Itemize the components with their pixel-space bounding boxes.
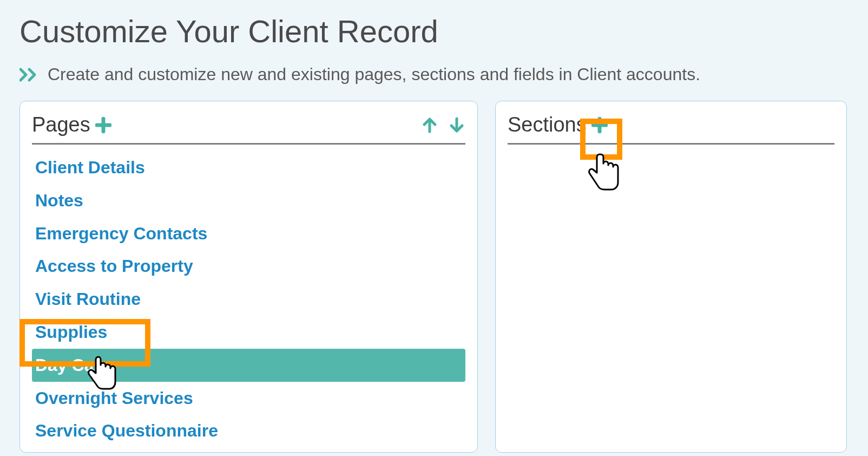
page-item-service-questionnaire[interactable]: Service Questionnaire bbox=[32, 414, 465, 447]
chevrons-icon bbox=[19, 67, 39, 82]
add-page-button[interactable] bbox=[94, 115, 113, 135]
pages-panel-title: Pages bbox=[32, 113, 90, 136]
page-item-day-care[interactable]: Day Care bbox=[32, 349, 465, 382]
sort-arrows bbox=[421, 116, 465, 134]
pages-panel-header: Pages bbox=[32, 113, 465, 145]
pages-panel: Pages Client D bbox=[19, 101, 478, 453]
pages-list: Client Details Notes Emergency Contacts … bbox=[32, 145, 465, 453]
page-item-contracts-forms[interactable]: Contracts & Forms bbox=[32, 447, 465, 453]
sections-panel-header: Sections bbox=[508, 113, 834, 145]
page-item-notes[interactable]: Notes bbox=[32, 184, 465, 217]
add-section-button[interactable] bbox=[590, 115, 609, 135]
move-down-button[interactable] bbox=[448, 116, 465, 134]
page-item-client-details[interactable]: Client Details bbox=[32, 151, 465, 184]
page-item-visit-routine[interactable]: Visit Routine bbox=[32, 283, 465, 316]
page-description-row: Create and customize new and existing pa… bbox=[0, 54, 868, 101]
page-item-overnight-services[interactable]: Overnight Services bbox=[32, 382, 465, 415]
page-item-supplies[interactable]: Supplies bbox=[32, 316, 465, 349]
sections-panel-title: Sections bbox=[508, 113, 587, 136]
page-title: Customize Your Client Record bbox=[0, 0, 868, 54]
move-up-button[interactable] bbox=[421, 116, 438, 134]
page-description: Create and customize new and existing pa… bbox=[48, 64, 700, 84]
page-item-access-to-property[interactable]: Access to Property bbox=[32, 250, 465, 283]
sections-panel: Sections bbox=[495, 101, 847, 453]
page-item-emergency-contacts[interactable]: Emergency Contacts bbox=[32, 217, 465, 250]
